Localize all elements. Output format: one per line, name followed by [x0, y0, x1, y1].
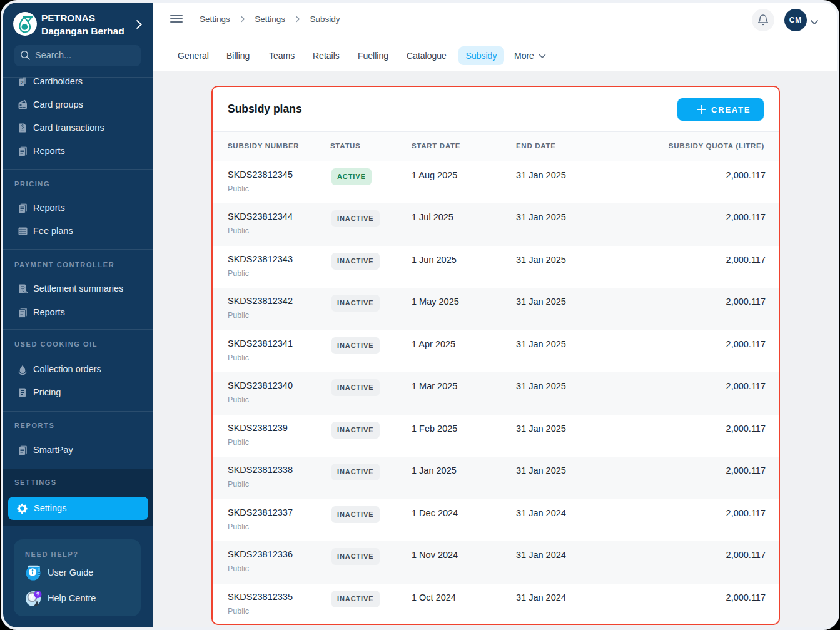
- svg-text:?: ?: [36, 591, 40, 597]
- svg-text:2: 2: [20, 79, 23, 86]
